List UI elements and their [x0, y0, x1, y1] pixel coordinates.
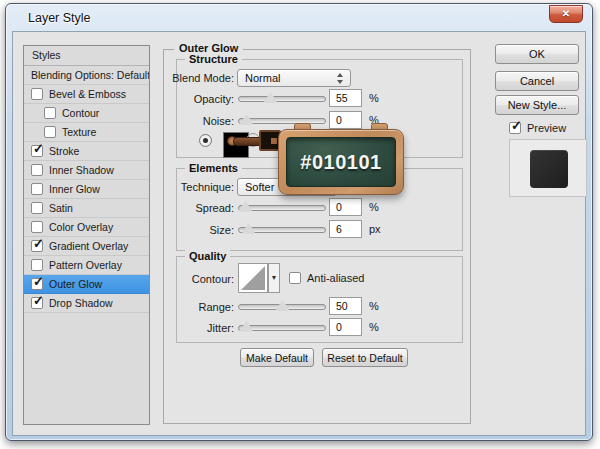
preview-panel: [509, 139, 587, 197]
range-slider[interactable]: [238, 301, 326, 313]
jitter-slider[interactable]: [238, 322, 326, 334]
tooltip-chalkboard: #010101: [286, 137, 396, 187]
reset-default-button[interactable]: Reset to Default: [322, 348, 408, 367]
sidebar-item-bevel-emboss[interactable]: Bevel & Emboss: [24, 85, 149, 104]
drop-shadow-checkbox[interactable]: ✓: [31, 297, 43, 309]
sidebar-item-contour[interactable]: Contour: [24, 104, 149, 123]
close-button[interactable]: ✕: [549, 5, 583, 23]
size-label: Size:: [134, 221, 234, 239]
noise-slider[interactable]: [238, 115, 326, 127]
size-slider[interactable]: [238, 224, 326, 236]
opacity-input[interactable]: 55: [329, 89, 362, 107]
glow-color-radio[interactable]: [199, 134, 212, 147]
jitter-input[interactable]: 0: [329, 318, 362, 336]
range-input[interactable]: 50: [329, 297, 362, 315]
cancel-button[interactable]: Cancel: [495, 71, 579, 91]
spread-label: Spread:: [134, 199, 234, 217]
blend-mode-dropdown[interactable]: Normal: [237, 69, 351, 87]
inner-shadow-checkbox[interactable]: [31, 164, 43, 176]
dialog-content: Styles Blending Options: Default Bevel &…: [12, 31, 586, 436]
sidebar-item-stroke[interactable]: ✓ Stroke: [24, 142, 149, 161]
antialiased-checkbox[interactable]: [289, 272, 301, 284]
contour-checkbox[interactable]: [44, 107, 56, 119]
contour-picker[interactable]: [238, 263, 268, 293]
sidebar-item-blending-options[interactable]: Blending Options: Default: [24, 66, 149, 85]
sidebar-item-color-overlay[interactable]: Color Overlay: [24, 218, 149, 237]
sidebar-item-inner-shadow[interactable]: Inner Shadow: [24, 161, 149, 180]
make-default-button[interactable]: Make Default: [240, 348, 314, 367]
sidebar-item-satin[interactable]: Satin: [24, 199, 149, 218]
size-input[interactable]: 6: [329, 220, 362, 238]
antialiased-label: Anti-aliased: [307, 271, 364, 286]
stepper-arrows-icon: [337, 73, 344, 84]
inner-glow-checkbox[interactable]: [31, 183, 43, 195]
noise-input[interactable]: 0: [329, 111, 362, 129]
pattern-overlay-checkbox[interactable]: [31, 259, 43, 271]
panel-title: Outer Glow: [174, 42, 243, 54]
ok-button[interactable]: OK: [495, 44, 579, 64]
outer-glow-checkbox[interactable]: ✓: [31, 278, 43, 290]
preview-label: Preview: [527, 121, 566, 136]
contour-dropdown-arrow[interactable]: ▼: [268, 263, 280, 293]
title-bar[interactable]: Layer Style ✕: [6, 4, 592, 31]
blend-mode-label: Blend Mode:: [134, 69, 234, 87]
spread-slider[interactable]: [238, 202, 326, 214]
technique-label: Technique:: [134, 178, 234, 196]
color-overlay-checkbox[interactable]: [31, 221, 43, 233]
texture-checkbox[interactable]: [44, 126, 56, 138]
jitter-label: Jitter:: [134, 319, 234, 337]
opacity-slider[interactable]: [238, 93, 326, 105]
preview-thumbnail: [530, 150, 568, 188]
contour-label: Contour:: [134, 270, 234, 288]
sidebar-item-outer-glow[interactable]: ✓ Outer Glow: [24, 275, 149, 294]
noise-label: Noise:: [134, 112, 234, 130]
gradient-overlay-checkbox[interactable]: ✓: [31, 240, 43, 252]
satin-checkbox[interactable]: [31, 202, 43, 214]
spread-input[interactable]: 0: [329, 198, 362, 216]
sidebar-item-inner-glow[interactable]: Inner Glow: [24, 180, 149, 199]
window-title: Layer Style: [28, 11, 91, 25]
color-tooltip: #010101: [278, 129, 404, 195]
sidebar-item-texture[interactable]: Texture: [24, 123, 149, 142]
new-style-button[interactable]: New Style...: [495, 95, 579, 115]
bevel-emboss-checkbox[interactable]: [31, 88, 43, 100]
opacity-label: Opacity:: [134, 90, 234, 108]
layer-style-dialog: Layer Style ✕ Styles Blending Options: D…: [5, 3, 593, 441]
tooltip-hex-value: #010101: [300, 151, 381, 174]
preview-checkbox[interactable]: ✓: [509, 122, 521, 134]
range-label: Range:: [134, 298, 234, 316]
styles-list: Styles Blending Options: Default Bevel &…: [23, 45, 150, 425]
stroke-checkbox[interactable]: ✓: [31, 145, 43, 157]
chevron-down-icon: ▼: [271, 274, 278, 281]
sidebar-item-gradient-overlay[interactable]: ✓ Gradient Overlay: [24, 237, 149, 256]
styles-list-header: Styles: [24, 46, 149, 66]
close-icon: ✕: [562, 8, 570, 19]
sidebar-item-drop-shadow[interactable]: ✓ Drop Shadow: [24, 294, 149, 313]
sidebar-item-pattern-overlay[interactable]: Pattern Overlay: [24, 256, 149, 275]
